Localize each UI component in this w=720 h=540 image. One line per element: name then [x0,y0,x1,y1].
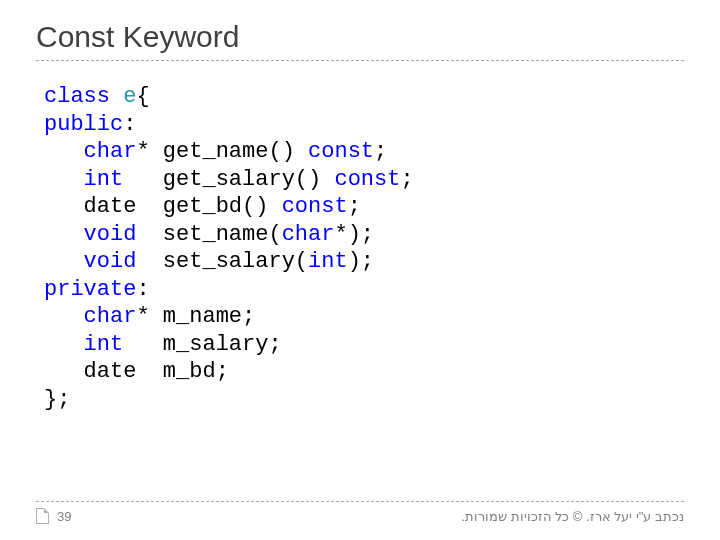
class-name: e [123,84,136,109]
type-int: int [84,167,124,192]
code-text: set_name( [136,222,281,247]
kw-const: const [282,194,348,219]
code-text: *); [334,222,374,247]
code-text: : [123,112,136,137]
code-text: get_bd() [136,194,281,219]
code-text: ; [400,167,413,192]
type-date: date [84,359,137,384]
code-text: m_salary; [123,332,281,357]
type-int: int [84,332,124,357]
code-text: ; [374,139,387,164]
page-number: 39 [57,509,71,524]
code-text: { [136,84,149,109]
code-text: set_salary( [136,249,308,274]
kw-class: class [44,84,110,109]
arg-type: int [308,249,348,274]
credit-text: נכתב ע"י יעל ארז. © כל הזכויות שמורות. [461,509,684,524]
slide: Const Keyword class e{ public: char* get… [0,0,720,540]
code-text: get_salary() [123,167,334,192]
code-text: : [136,277,149,302]
page-icon [36,508,49,524]
page-number-block: 39 [36,508,71,524]
kw-const: const [334,167,400,192]
kw-public: public [44,112,123,137]
kw-const: const [308,139,374,164]
kw-private: private [44,277,136,302]
type-date: date [84,194,137,219]
code-text: }; [44,387,70,412]
code-block: class e{ public: char* get_name() const;… [44,83,684,413]
code-text: ); [348,249,374,274]
type-void: void [84,249,137,274]
type-char: char [84,304,137,329]
code-text: * get_name() [136,139,308,164]
footer: 39 נכתב ע"י יעל ארז. © כל הזכויות שמורות… [36,501,684,524]
code-text: * m_name; [136,304,255,329]
type-char: char [84,139,137,164]
page-title: Const Keyword [36,20,684,54]
code-text: ; [348,194,361,219]
title-block: Const Keyword [36,20,684,61]
type-void: void [84,222,137,247]
arg-type: char [282,222,335,247]
code-text: m_bd; [136,359,228,384]
